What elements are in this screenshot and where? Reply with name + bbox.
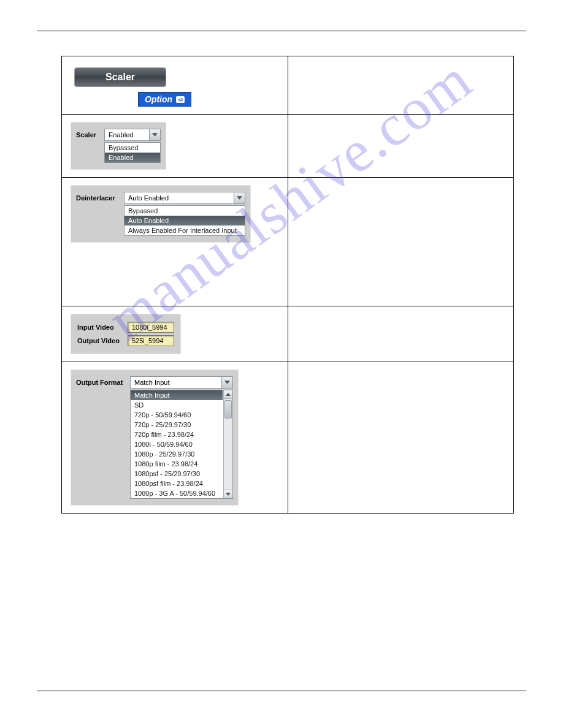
header-cell: Scaler Option ➪: [62, 56, 288, 114]
io-panel: Input Video 1080i_5994 Output Video 525i…: [71, 314, 181, 354]
list-item[interactable]: 1080p film - 23.98/24: [131, 459, 223, 469]
deinterlacer-cell: Deinterlacer Auto Enabled Bypassed Auto …: [62, 178, 288, 306]
deinterlacer-dropdown[interactable]: Auto Enabled Bypassed Auto Enabled Alway…: [124, 192, 245, 236]
output-video-label: Output Video: [77, 337, 124, 344]
option-label: Option: [145, 94, 172, 104]
list-item[interactable]: 720p - 25/29.97/30: [131, 420, 223, 430]
output-format-cell: Output Format Match Input Match Input SD: [62, 362, 288, 513]
list-item[interactable]: Enabled: [105, 153, 160, 162]
list-item[interactable]: 1080p - 3G A - 50/59.94/60: [131, 488, 223, 498]
list-item[interactable]: 1080psf - 25/29.97/30: [131, 469, 223, 479]
input-video-label: Input Video: [77, 324, 124, 331]
chevron-down-icon: [234, 192, 245, 203]
output-format-desc-cell: [288, 362, 513, 513]
deinterlacer-label: Deinterlacer: [76, 192, 120, 202]
scroll-down-button[interactable]: [224, 490, 232, 498]
output-format-panel: Output Format Match Input Match Input SD: [71, 370, 239, 506]
scroll-thumb[interactable]: [224, 400, 232, 419]
input-video-row: Input Video 1080i_5994: [77, 322, 174, 333]
chevron-down-icon: [221, 377, 232, 388]
list-item[interactable]: SD: [131, 400, 223, 410]
output-video-row: Output Video 525i_5994: [77, 335, 174, 346]
scaler-selected: Enabled: [105, 131, 149, 138]
bottom-divider: [37, 691, 526, 691]
section-title: Scaler: [74, 67, 166, 87]
scaler-dropdown[interactable]: Enabled Bypassed Enabled: [104, 129, 161, 163]
list-item[interactable]: Match Input: [131, 390, 223, 400]
config-table: Scaler Option ➪ Scaler Enabled: [61, 56, 514, 514]
scaler-listbox[interactable]: Bypassed Enabled: [104, 142, 161, 163]
list-item[interactable]: Auto Enabled: [124, 216, 245, 226]
header-desc-cell: [288, 56, 513, 114]
output-format-select[interactable]: Match Input: [130, 376, 233, 389]
scroll-track[interactable]: [224, 399, 232, 490]
deinterlacer-listbox[interactable]: Bypassed Auto Enabled Always Enabled For…: [124, 205, 245, 236]
chevron-down-icon: [149, 129, 160, 140]
list-item[interactable]: Bypassed: [105, 143, 160, 153]
list-item[interactable]: 1080psf film - 23.98/24: [131, 479, 223, 488]
arrow-icon: ➪: [176, 96, 185, 103]
list-item[interactable]: 1080i - 50/59.94/60: [131, 439, 223, 449]
output-format-selected: Match Input: [131, 379, 221, 386]
deinterlacer-panel: Deinterlacer Auto Enabled Bypassed Auto …: [71, 185, 251, 243]
option-badge[interactable]: Option ➪: [138, 92, 191, 107]
scaler-panel: Scaler Enabled Bypassed Enabled: [71, 122, 166, 170]
scaler-desc-cell: [288, 115, 513, 177]
list-item[interactable]: 720p - 50/59.94/60: [131, 410, 223, 420]
list-item[interactable]: 720p film - 23.98/24: [131, 430, 223, 439]
deinterlacer-selected: Auto Enabled: [124, 194, 234, 202]
input-video-value: 1080i_5994: [128, 322, 174, 333]
list-item[interactable]: Always Enabled For Interlaced Input: [124, 226, 245, 235]
scroll-up-button[interactable]: [224, 390, 232, 399]
deinterlacer-desc-cell: [288, 178, 513, 306]
list-item[interactable]: Bypassed: [124, 206, 245, 216]
scaler-label: Scaler: [76, 129, 101, 138]
scrollbar[interactable]: [223, 390, 232, 498]
output-video-value: 525i_5994: [128, 335, 174, 346]
output-format-dropdown[interactable]: Match Input Match Input SD 720p - 50/59.…: [130, 376, 233, 499]
io-status-cell: Input Video 1080i_5994 Output Video 525i…: [62, 306, 288, 362]
output-format-label: Output Format: [76, 376, 126, 386]
output-format-listbox[interactable]: Match Input SD 720p - 50/59.94/60 720p -…: [130, 390, 233, 499]
top-divider: [37, 31, 526, 31]
list-item[interactable]: 1080p - 25/29.97/30: [131, 449, 223, 459]
scaler-cell: Scaler Enabled Bypassed Enabled: [62, 115, 288, 177]
deinterlacer-select[interactable]: Auto Enabled: [124, 192, 245, 204]
io-desc-cell: [288, 306, 513, 362]
scaler-select[interactable]: Enabled: [104, 129, 161, 141]
